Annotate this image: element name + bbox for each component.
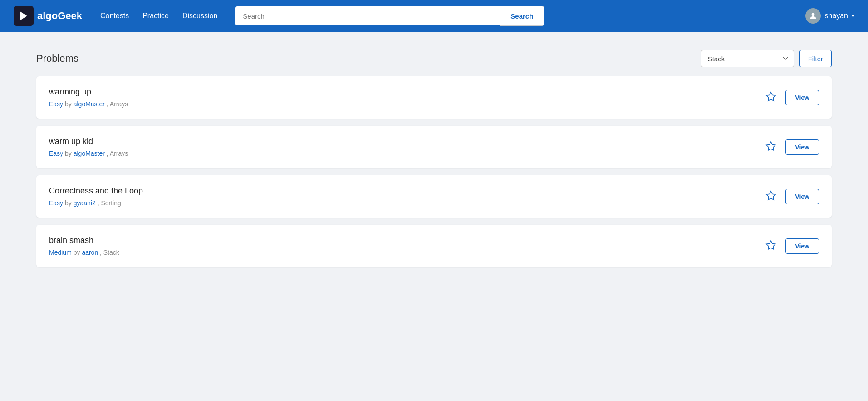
nav-practice[interactable]: Practice bbox=[142, 12, 169, 20]
by-label: by bbox=[65, 199, 74, 207]
by-label: by bbox=[74, 249, 82, 256]
main-nav: Contests Practice Discussion bbox=[100, 12, 217, 20]
difficulty-label: Easy bbox=[49, 150, 63, 157]
star-icon[interactable] bbox=[765, 190, 776, 203]
problem-info: warm up kid Easy by algoMaster , Arrays bbox=[49, 137, 765, 157]
svg-marker-2 bbox=[766, 92, 775, 101]
author-label: algoMaster bbox=[74, 100, 105, 108]
problem-title: warming up bbox=[49, 87, 765, 97]
by-label: by bbox=[65, 150, 74, 157]
svg-marker-5 bbox=[766, 241, 775, 249]
problem-card: warming up Easy by algoMaster , Arrays V… bbox=[36, 76, 832, 119]
logo[interactable]: algoGeek bbox=[14, 6, 82, 26]
star-icon[interactable] bbox=[765, 141, 776, 153]
filter-area: Arrays Stack Sorting Graphs Dynamic Prog… bbox=[701, 50, 832, 67]
page-title: Problems bbox=[36, 53, 78, 64]
star-icon[interactable] bbox=[765, 91, 776, 104]
problem-meta: Easy by gyaani2 , Sorting bbox=[49, 199, 765, 207]
topic-select[interactable]: Arrays Stack Sorting Graphs Dynamic Prog… bbox=[701, 50, 794, 67]
logo-text: algoGeek bbox=[37, 10, 82, 22]
nav-discussion[interactable]: Discussion bbox=[182, 12, 217, 20]
user-menu[interactable]: shayan ▾ bbox=[805, 8, 854, 24]
author-label: aaron bbox=[82, 249, 98, 256]
problem-title: brain smash bbox=[49, 236, 765, 245]
problem-info: Correctness and the Loop... Easy by gyaa… bbox=[49, 186, 765, 207]
chevron-down-icon: ▾ bbox=[852, 13, 854, 19]
star-icon[interactable] bbox=[765, 240, 776, 252]
tag-separator: , Stack bbox=[100, 249, 119, 256]
logo-icon bbox=[14, 6, 34, 26]
problem-info: brain smash Medium by aaron , Stack bbox=[49, 236, 765, 256]
svg-marker-4 bbox=[766, 191, 775, 200]
author-label: gyaani2 bbox=[74, 199, 96, 207]
svg-marker-0 bbox=[20, 11, 27, 20]
search-area: Search bbox=[235, 6, 544, 25]
tag-separator: , Arrays bbox=[107, 100, 128, 108]
view-button[interactable]: View bbox=[785, 189, 819, 204]
view-button[interactable]: View bbox=[785, 90, 819, 105]
difficulty-label: Easy bbox=[49, 100, 63, 108]
tag-separator: , Sorting bbox=[98, 199, 121, 207]
problem-actions: View bbox=[765, 189, 819, 204]
problem-title: Correctness and the Loop... bbox=[49, 186, 765, 196]
svg-marker-3 bbox=[766, 142, 775, 150]
problem-card: brain smash Medium by aaron , Stack View bbox=[36, 225, 832, 267]
view-button[interactable]: View bbox=[785, 139, 819, 155]
problem-card: Correctness and the Loop... Easy by gyaa… bbox=[36, 175, 832, 218]
difficulty-label: Easy bbox=[49, 199, 63, 207]
by-label: by bbox=[65, 100, 74, 108]
filter-button[interactable]: Filter bbox=[799, 50, 832, 67]
problem-meta: Medium by aaron , Stack bbox=[49, 249, 765, 256]
problem-meta: Easy by algoMaster , Arrays bbox=[49, 150, 765, 157]
search-input[interactable] bbox=[235, 6, 500, 25]
problem-info: warming up Easy by algoMaster , Arrays bbox=[49, 87, 765, 108]
search-button[interactable]: Search bbox=[500, 6, 544, 25]
nav-contests[interactable]: Contests bbox=[100, 12, 129, 20]
difficulty-label: Medium bbox=[49, 249, 72, 256]
problem-actions: View bbox=[765, 139, 819, 155]
avatar bbox=[805, 8, 821, 24]
author-label: algoMaster bbox=[74, 150, 105, 157]
problem-actions: View bbox=[765, 238, 819, 254]
problems-header: Problems Arrays Stack Sorting Graphs Dyn… bbox=[36, 50, 832, 67]
problems-list: warming up Easy by algoMaster , Arrays V… bbox=[36, 76, 832, 267]
tag-separator: , Arrays bbox=[107, 150, 128, 157]
problem-actions: View bbox=[765, 90, 819, 105]
problem-title: warm up kid bbox=[49, 137, 765, 146]
svg-point-1 bbox=[812, 13, 815, 16]
problem-card: warm up kid Easy by algoMaster , Arrays … bbox=[36, 126, 832, 168]
username: shayan bbox=[824, 12, 848, 20]
view-button[interactable]: View bbox=[785, 238, 819, 254]
problem-meta: Easy by algoMaster , Arrays bbox=[49, 100, 765, 108]
